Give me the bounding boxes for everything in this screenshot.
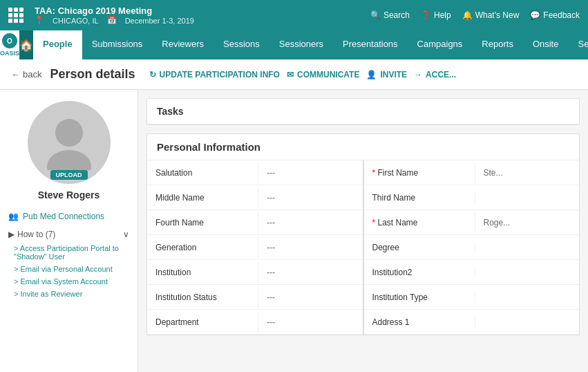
degree-label: Degree (364, 237, 475, 258)
institution-status-label: Institution Status (147, 287, 258, 308)
fourth-name-value: --- (258, 212, 363, 233)
content-area: UPLOAD Steve Rogers 👥 Pub Med Connection… (0, 90, 588, 372)
search-icon: 🔍 (370, 10, 381, 20)
tasks-section: Tasks (146, 98, 580, 125)
generation-row: Generation --- (147, 235, 363, 260)
svg-point-1 (47, 150, 91, 170)
update-participation-button[interactable]: ↻ UPDATE PARTICIPATION INFO (149, 70, 280, 80)
how-to-item-email-personal[interactable]: > Email via Personal Account (14, 263, 129, 275)
location-icon: 📍 (35, 16, 44, 25)
nav-bar: O OASIS 🏠 People Submissions Reviewers S… (0, 30, 588, 59)
communicate-label: COMMUNICATE (297, 70, 359, 80)
degree-value (475, 242, 580, 253)
upload-button[interactable]: UPLOAD (50, 170, 88, 180)
bell-icon: 🔔 (462, 10, 473, 20)
how-to-items: > Access Participation Portal to "Shadow… (8, 242, 129, 300)
refresh-icon: ↻ (149, 70, 156, 80)
salutation-value: --- (258, 162, 363, 183)
salutation-label: Salutation (147, 162, 258, 183)
people-icon: 👥 (8, 212, 19, 221)
info-grid: Salutation --- Middle Name --- Fourth Na… (147, 160, 579, 335)
grid-icon[interactable] (8, 8, 23, 23)
invite-icon: 👤 (366, 70, 377, 80)
nav-item-campaigns[interactable]: Campaigns (408, 30, 473, 59)
how-to-item-email-system[interactable]: > Email via System Account (14, 275, 129, 288)
institution-type-row: Institution Type (364, 285, 580, 310)
top-bar: TAA: Chicago 2019 Meeting 📍 CHICAGO, IL … (0, 0, 588, 30)
conference-sub: 📍 CHICAGO, IL 📅 December 1-3, 2019 (35, 16, 194, 25)
communicate-button[interactable]: ✉ COMMUNICATE (287, 70, 359, 80)
feedback-label: Feedback (543, 10, 580, 20)
institution2-value (475, 267, 580, 278)
tasks-header: Tasks (147, 99, 579, 124)
generation-label: Generation (147, 237, 258, 258)
department-row: Department --- (147, 310, 363, 335)
conference-dates: December 1-3, 2019 (125, 17, 194, 25)
chevron-down-icon: ∨ (123, 230, 129, 239)
sidebar: UPLOAD Steve Rogers 👥 Pub Med Connection… (0, 90, 138, 372)
nav-item-onsite[interactable]: Onsite (523, 30, 569, 59)
access-icon: → (414, 70, 422, 80)
institution-type-label: Institution Type (364, 287, 475, 308)
play-icon: ▶ (8, 230, 15, 239)
how-to-item-invite-reviewer[interactable]: > Invite as Reviewer (14, 288, 129, 300)
nav-item-submissions[interactable]: Submissions (82, 30, 153, 59)
nav-item-presentations[interactable]: Presentations (333, 30, 408, 59)
address1-value (475, 317, 580, 328)
first-name-row: First Name Ste... (364, 160, 580, 185)
help-label: Help (434, 10, 451, 20)
feedback-icon: 💬 (530, 10, 540, 20)
feedback-link[interactable]: 💬 Feedback (530, 10, 580, 20)
avatar-container: UPLOAD (28, 101, 111, 184)
nav-items: People Submissions Reviewers Sessions Se… (33, 30, 588, 59)
third-name-label: Third Name (364, 187, 475, 208)
first-name-label: First Name (364, 162, 475, 183)
invite-label: INVITE (380, 70, 407, 80)
update-label: UPDATE PARTICIPATION INFO (160, 70, 280, 80)
pub-med-connections-link[interactable]: 👥 Pub Med Connections (0, 209, 137, 224)
third-name-row: Third Name (364, 185, 580, 210)
conference-title: TAA: Chicago 2019 Meeting (35, 6, 194, 16)
last-name-value: Roge... (475, 212, 580, 233)
oasis-logo: O OASIS (0, 30, 19, 59)
institution-status-row: Institution Status --- (147, 285, 363, 310)
whats-new-link[interactable]: 🔔 What's New (462, 10, 520, 20)
address1-label: Address 1 (364, 312, 475, 333)
page-title: Person details (50, 67, 135, 82)
institution2-label: Institution2 (364, 262, 475, 283)
how-to-label: How to (7) (17, 230, 55, 239)
nav-item-reviewers[interactable]: Reviewers (152, 30, 214, 59)
svg-point-0 (55, 119, 83, 147)
access-button[interactable]: → ACCE... (414, 70, 456, 80)
info-col-right: First Name Ste... Third Name Last Name R… (364, 160, 580, 335)
page-header: ← back Person details ↻ UPDATE PARTICIPA… (0, 59, 588, 90)
how-to-item-shadow[interactable]: > Access Participation Portal to "Shadow… (14, 242, 129, 263)
invite-button[interactable]: 👤 INVITE (366, 70, 407, 80)
nav-item-people[interactable]: People (33, 30, 82, 59)
top-bar-left: TAA: Chicago 2019 Meeting 📍 CHICAGO, IL … (8, 6, 194, 25)
nav-item-sessions[interactable]: Sessions (214, 30, 269, 59)
page-actions: ↻ UPDATE PARTICIPATION INFO ✉ COMMUNICAT… (149, 70, 457, 80)
how-to-header[interactable]: ▶ How to (7) ∨ (8, 227, 129, 242)
middle-name-row: Middle Name --- (147, 185, 363, 210)
calendar-icon: 📅 (107, 16, 117, 25)
search-label: Search (383, 10, 410, 20)
personal-info-title: Personal Information (147, 134, 579, 160)
institution-value: --- (258, 262, 363, 283)
last-name-label: Last Name (364, 212, 475, 233)
info-col-left: Salutation --- Middle Name --- Fourth Na… (147, 160, 364, 335)
middle-name-label: Middle Name (147, 187, 258, 208)
search-link[interactable]: 🔍 Search (370, 10, 410, 20)
personal-info-section: Personal Information Salutation --- Midd… (146, 133, 580, 335)
main-content: Tasks Personal Information Salutation --… (138, 90, 588, 372)
access-label: ACCE... (426, 70, 456, 80)
department-value: --- (258, 312, 363, 333)
help-link[interactable]: ❓ Help (421, 10, 451, 20)
home-button[interactable]: 🏠 (19, 30, 33, 59)
first-name-value: Ste... (475, 162, 580, 183)
institution-label: Institution (147, 262, 258, 283)
back-button[interactable]: ← back (11, 69, 41, 80)
nav-item-reports[interactable]: Reports (472, 30, 523, 59)
nav-item-settings[interactable]: Settings (568, 30, 588, 59)
nav-item-sessioners[interactable]: Sessioners (269, 30, 333, 59)
